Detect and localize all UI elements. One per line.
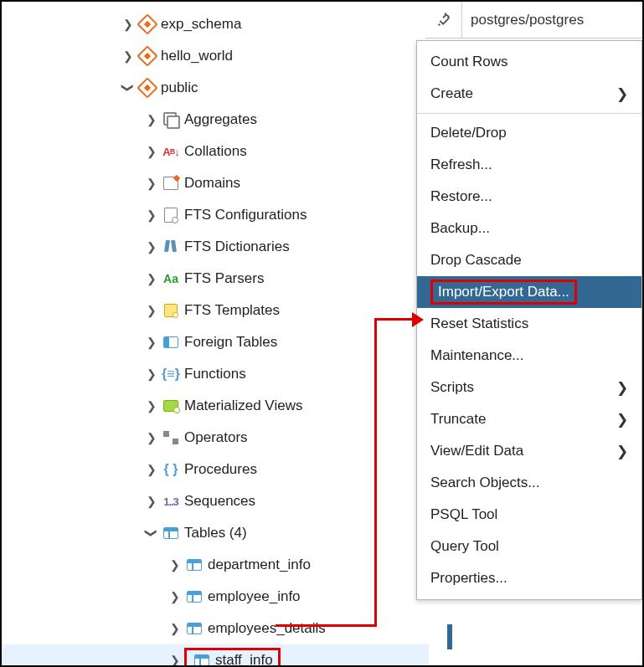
fts-configurations-icon — [161, 208, 181, 223]
highlight-box: staff_info — [184, 648, 281, 665]
tree-label: Operators — [181, 429, 248, 446]
menu-view-edit[interactable]: View/Edit Data❯ — [417, 435, 641, 467]
collations-node[interactable]: ❯ AB↓ Collations — [2, 136, 429, 167]
menu-reset-stats[interactable]: Reset Statistics — [417, 308, 641, 340]
menu-label: Backup... — [430, 220, 490, 237]
functions-icon: {≡} — [161, 367, 181, 382]
chevron-right-icon: ❯ — [142, 399, 161, 413]
sequences-node[interactable]: ❯ 1..3 Sequences — [2, 485, 429, 517]
procedures-node[interactable]: ❯ { } Procedures — [2, 454, 429, 485]
aggregates-icon — [161, 112, 181, 127]
menu-scripts[interactable]: Scripts❯ — [417, 372, 641, 403]
menu-label: Count Rows — [430, 54, 508, 70]
fts-parsers-icon: Aa — [161, 272, 181, 285]
menu-maintenance[interactable]: Maintenance... — [417, 340, 641, 372]
mat-views-node[interactable]: ❯ Materialized Views — [2, 390, 429, 422]
tree-label: exp_schema — [157, 16, 241, 33]
domains-node[interactable]: ❯ Domains — [2, 167, 429, 199]
menu-count-rows[interactable]: Count Rows — [417, 46, 641, 78]
table-department-info[interactable]: ❯ department_info — [2, 549, 429, 581]
menu-backup[interactable]: Backup... — [417, 213, 641, 244]
schema-icon — [137, 80, 157, 95]
tree-label: hello_world — [157, 48, 233, 64]
tree-label: Collations — [181, 143, 247, 160]
tree-label: employee_info — [204, 588, 301, 605]
menu-restore[interactable]: Restore... — [417, 181, 641, 213]
menu-query-tool[interactable]: Query Tool — [417, 531, 641, 562]
fts-parsers-node[interactable]: ❯ Aa FTS Parsers — [2, 263, 429, 295]
foreign-tables-node[interactable]: ❯ Foreign Tables — [2, 326, 429, 358]
fts-config-node[interactable]: ❯ FTS Configurations — [2, 199, 429, 231]
aggregates-node[interactable]: ❯ Aggregates — [2, 104, 429, 136]
chevron-right-icon: ❯ — [142, 336, 161, 349]
schema-icon — [137, 49, 157, 64]
chevron-right-icon: ❯ — [166, 558, 184, 572]
menu-label: Search Objects... — [430, 475, 539, 491]
sequences-icon: 1..3 — [161, 495, 181, 508]
tree-label: FTS Dictionaries — [181, 239, 290, 255]
chevron-right-icon: ❯ — [616, 85, 628, 103]
menu-label: Properties... — [430, 570, 507, 587]
schema-node-hello[interactable]: ❯ hello_world — [2, 40, 429, 72]
chevron-right-icon: ❯ — [166, 622, 184, 635]
annotation-line — [374, 318, 377, 624]
chevron-right-icon: ❯ — [142, 145, 161, 158]
connection-bar: postgres/postgres — [425, 2, 642, 38]
chevron-right-icon: ❯ — [166, 590, 184, 603]
functions-node[interactable]: ❯ {≡} Functions — [2, 358, 429, 390]
table-employee-info[interactable]: ❯ employee_info — [2, 581, 429, 613]
menu-create[interactable]: Create❯ — [417, 78, 641, 110]
fts-templates-node[interactable]: ❯ FTS Templates — [2, 295, 429, 326]
tree-label: Aggregates — [181, 111, 257, 128]
menu-search-objects[interactable]: Search Objects... — [417, 467, 641, 499]
menu-refresh[interactable]: Refresh... — [417, 149, 641, 181]
table-icon — [184, 559, 204, 571]
plug-icon — [435, 11, 453, 29]
table-staff-info[interactable]: ❯ staff_info — [2, 644, 429, 665]
menu-label: Reset Statistics — [430, 316, 528, 332]
tree-label: FTS Configurations — [181, 207, 307, 223]
chevron-right-icon: ❯ — [142, 431, 161, 444]
operators-icon — [161, 431, 181, 444]
chevron-right-icon: ❯ — [142, 304, 161, 317]
chevron-right-icon: ❯ — [142, 463, 161, 476]
table-employees-details[interactable]: ❯ employees_details — [2, 613, 429, 644]
menu-label: Refresh... — [430, 156, 492, 173]
tree-panel: ❯ exp_schema ❯ hello_world ❯ public ❯ Ag… — [2, 2, 429, 665]
schema-icon — [137, 17, 157, 32]
menu-truncate[interactable]: Truncate❯ — [417, 403, 641, 435]
menu-label: Scripts — [430, 379, 474, 396]
menu-properties[interactable]: Properties... — [417, 562, 641, 594]
connection-text[interactable]: postgres/postgres — [462, 12, 584, 28]
fts-dict-node[interactable]: ❯ FTS Dictionaries — [2, 231, 429, 263]
tree-label: staff_info — [212, 652, 273, 665]
menu-import-export[interactable]: Import/Export Data... — [417, 276, 641, 308]
menu-label: Truncate — [430, 411, 486, 428]
tables-node[interactable]: ❯ Tables (4) — [2, 517, 429, 549]
table-icon — [184, 591, 204, 603]
tree-label: Sequences — [181, 493, 255, 510]
schema-node-exp[interactable]: ❯ exp_schema — [2, 8, 429, 40]
connection-icon[interactable] — [425, 2, 462, 38]
tree-label: Domains — [181, 175, 240, 192]
chevron-right-icon: ❯ — [166, 654, 184, 665]
procedures-icon: { } — [161, 462, 181, 477]
tree-label: FTS Templates — [181, 302, 280, 319]
domains-icon — [161, 177, 181, 190]
menu-label: View/Edit Data — [430, 443, 523, 459]
tree-label: department_info — [204, 557, 311, 573]
menu-psql-tool[interactable]: PSQL Tool — [417, 499, 641, 531]
tables-icon — [161, 527, 181, 539]
tree-label: public — [157, 80, 198, 96]
menu-label: Delete/Drop — [430, 125, 507, 141]
foreign-tables-icon — [161, 336, 181, 348]
schema-node-public[interactable]: ❯ public — [2, 72, 429, 104]
chevron-right-icon: ❯ — [142, 177, 161, 190]
menu-delete[interactable]: Delete/Drop — [417, 117, 641, 149]
tree-label: Functions — [181, 366, 246, 382]
menu-drop-cascade[interactable]: Drop Cascade — [417, 244, 641, 276]
chevron-right-icon: ❯ — [142, 367, 161, 381]
tree-label: employees_details — [204, 620, 326, 637]
menu-label: Query Tool — [430, 538, 499, 555]
operators-node[interactable]: ❯ Operators — [2, 422, 429, 454]
